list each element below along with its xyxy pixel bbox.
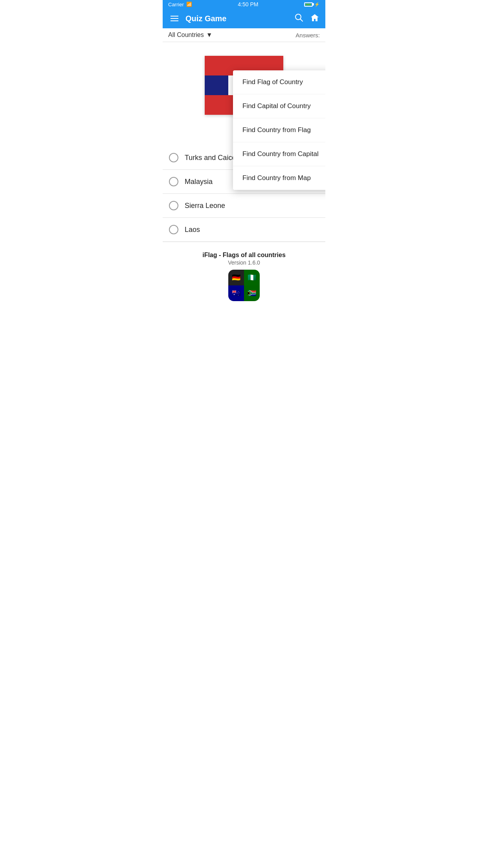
answers-label: Answers: — [295, 32, 320, 39]
app-icon: 🇩🇪 🇳🇬 🇦🇺 🇿🇦 — [228, 270, 260, 301]
option-item-3[interactable]: Sierra Leone — [163, 194, 325, 218]
category-selector[interactable]: All Countries ▼ — [168, 31, 213, 39]
flag-cell-4: 🇿🇦 — [244, 285, 260, 301]
app-version: Version 1.6.0 — [169, 259, 319, 266]
svg-marker-2 — [311, 14, 319, 21]
chevron-down-icon: ▼ — [206, 31, 213, 39]
bolt-icon: ⚡ — [314, 2, 320, 7]
nav-bar: Quiz Game — [163, 9, 325, 28]
home-icon[interactable] — [310, 13, 319, 24]
option-text-3: Sierra Leone — [185, 202, 225, 210]
time-label: 4:50 PM — [238, 1, 258, 7]
hamburger-menu[interactable] — [169, 14, 180, 23]
radio-3[interactable] — [169, 201, 178, 210]
carrier-label: Carrier — [168, 2, 184, 7]
category-label: All Countries — [168, 31, 204, 39]
option-item-4[interactable]: Laos — [163, 218, 325, 242]
flag-cell-1: 🇩🇪 — [228, 270, 244, 285]
option-text-4: Laos — [185, 226, 200, 234]
svg-line-1 — [300, 19, 303, 21]
dropdown-item-find-capital[interactable]: Find Capital of Country — [233, 94, 325, 118]
app-name: iFlag - Flags of all countries — [169, 252, 319, 259]
status-right: ⚡ — [304, 2, 320, 7]
filter-bar: All Countries ▼ Answers: — [163, 28, 325, 42]
wifi-icon: 📶 — [186, 2, 192, 7]
flag-cell-2: 🇳🇬 — [244, 270, 260, 285]
dropdown-menu: Find Flag of Country Find Capital of Cou… — [233, 70, 325, 190]
dropdown-item-find-country-capital[interactable]: Find Country from Capital — [233, 142, 325, 166]
nav-icons — [295, 13, 319, 24]
search-icon[interactable] — [295, 13, 303, 24]
radio-4[interactable] — [169, 225, 178, 234]
dropdown-item-find-country-flag[interactable]: Find Country from Flag — [233, 118, 325, 142]
option-text-2: Malaysia — [185, 178, 213, 186]
dropdown-item-find-flag[interactable]: Find Flag of Country — [233, 70, 325, 94]
footer: iFlag - Flags of all countries Version 1… — [163, 242, 325, 306]
dropdown-item-find-country-map[interactable]: Find Country from Map — [233, 166, 325, 190]
flag-cell-3: 🇦🇺 — [228, 285, 244, 301]
status-left: Carrier 📶 — [168, 2, 192, 7]
battery-icon — [304, 2, 313, 7]
status-bar: Carrier 📶 4:50 PM ⚡ — [163, 0, 325, 9]
app-title: Quiz Game — [185, 14, 295, 23]
main-content: Find Flag of Country Find Capital of Cou… — [163, 42, 325, 306]
radio-2[interactable] — [169, 177, 178, 186]
radio-1[interactable] — [169, 153, 178, 162]
